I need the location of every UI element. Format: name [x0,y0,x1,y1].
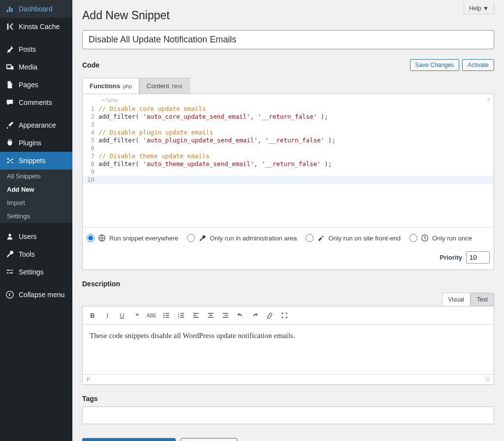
svg-rect-6 [165,315,169,316]
desc-tab-text[interactable]: Text [471,293,494,306]
php-open-tag: <?php [101,97,118,103]
save-changes-button-footer[interactable]: Save Changes [181,438,237,441]
user-icon [5,232,15,241]
element-path: P [87,376,90,382]
number-list-icon[interactable]: 123 [174,308,188,322]
svg-rect-4 [165,313,169,314]
quote-icon[interactable]: ❝ [130,308,144,322]
opt-run-once[interactable]: Only run once [410,234,472,242]
menu-tools[interactable]: Tools [0,245,72,263]
menu-label: Pages [19,81,38,89]
bold-icon[interactable]: B [86,308,99,322]
plug-icon [5,138,15,148]
menu-label: Kinsta Cache [19,23,60,31]
fullscreen-icon[interactable] [278,308,291,322]
hammer-icon [316,234,325,242]
svg-rect-17 [193,317,198,318]
svg-rect-20 [208,317,213,318]
collapse-menu[interactable]: Collapse menu [0,286,72,304]
align-right-icon[interactable] [219,308,232,322]
admin-sidebar: Dashboard Kinsta Cache Posts Media Pages… [0,0,72,441]
tab-functions[interactable]: Functions php [82,78,139,94]
menu-label: Posts [19,45,36,53]
menu-settings[interactable]: Settings [0,263,72,281]
activate-button[interactable]: Activate [462,59,494,71]
menu-dashboard[interactable]: Dashboard [0,0,72,18]
resize-handle[interactable] [485,376,490,381]
priority-input[interactable] [466,251,490,264]
editor-toolbar: B I U ❝ ABE 123 [83,306,494,325]
main-content: Help ▼ Add New Snippet Code Save Changes… [72,0,504,441]
menu-label: Appearance [19,121,56,129]
svg-rect-21 [222,313,228,314]
save-changes-button[interactable]: Save Changes [410,59,460,71]
save-and-activate-button[interactable]: Save Changes and Activate [82,438,176,441]
menu-pages[interactable]: Pages [0,76,72,94]
svg-rect-19 [209,315,212,316]
menu-label: Snippets [19,157,45,165]
tab-ext: php [123,83,132,89]
submenu-all-snippets[interactable]: All Snippets [0,170,72,183]
opt-run-everywhere[interactable]: Run snippet everywhere [87,234,178,242]
submenu-add-new[interactable]: Add New [0,183,72,196]
snippet-title-input[interactable] [82,30,494,49]
collapse-icon [5,290,15,300]
help-tab[interactable]: Help ▼ [464,3,494,14]
menu-label: Plugins [19,139,41,147]
code-section-title: Code [82,61,99,69]
menu-kinsta-cache[interactable]: Kinsta Cache [0,18,72,35]
menu-comments[interactable]: Comments [0,94,72,111]
italic-icon[interactable]: I [100,308,114,322]
page-icon [5,80,15,90]
priority-label: Priority [440,254,462,261]
menu-media[interactable]: Media [0,58,72,76]
menu-users[interactable]: Users [0,228,72,245]
opt-label: Only run once [432,235,472,242]
link-icon[interactable] [263,308,277,322]
svg-rect-10 [180,313,184,314]
underline-icon[interactable]: U [115,308,129,322]
svg-rect-22 [224,315,228,316]
svg-rect-23 [222,317,228,318]
strikethrough-icon[interactable]: ABE [145,308,158,322]
brush-icon [5,120,15,130]
opt-run-frontend[interactable]: Only run on site front-end [306,234,401,242]
svg-point-5 [163,315,164,316]
description-section-title: Description [82,280,494,288]
menu-label: Collapse menu [19,291,64,299]
svg-rect-15 [193,313,198,314]
svg-point-0 [6,291,13,298]
menu-plugins[interactable]: Plugins [0,134,72,152]
menu-appearance[interactable]: Appearance [0,116,72,134]
redo-icon[interactable] [248,308,262,322]
align-center-icon[interactable] [204,308,218,322]
tab-label: Functions [90,82,120,90]
desc-tab-visual[interactable]: Visual [442,293,471,306]
pin-icon [5,44,15,54]
tags-section-title: Tags [82,395,494,403]
tags-input[interactable] [82,407,494,424]
menu-snippets[interactable]: Snippets [0,152,72,170]
tab-content[interactable]: Content html [139,78,189,94]
menu-posts[interactable]: Posts [0,40,72,58]
opt-run-admin[interactable]: Only run in administration area [187,234,297,242]
description-content[interactable]: These code snippets disable all WordPres… [83,325,494,374]
submenu-settings[interactable]: Settings [0,209,72,223]
menu-label: Dashboard [19,5,53,13]
comment-icon [5,98,15,107]
svg-point-7 [163,317,164,318]
menu-label: Comments [19,99,52,106]
bullet-list-icon[interactable] [159,308,173,322]
submenu-import[interactable]: Import [0,196,72,209]
undo-icon[interactable] [233,308,247,322]
code-editor[interactable]: <?php ? 1// Disable core update emails2a… [82,94,494,270]
menu-label: Tools [19,250,35,258]
svg-rect-14 [180,317,184,318]
snippets-submenu: All Snippets Add New Import Settings [0,170,72,223]
svg-rect-18 [208,313,213,314]
wrench-icon [198,234,207,242]
code-help-icon[interactable]: ? [487,97,490,103]
run-options: Run snippet everywhere Only run in admin… [83,227,494,270]
wrench-icon [5,249,15,259]
align-left-icon[interactable] [189,308,203,322]
